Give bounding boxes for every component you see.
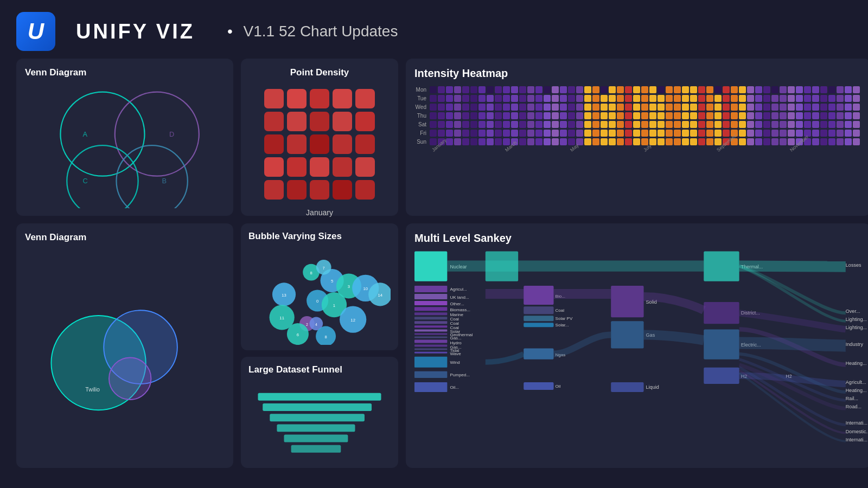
c2r2: Bubble Varying Sizes 8 5 7 3 13 0 1 [241, 223, 398, 468]
hmap-cell [617, 86, 624, 93]
hmap-cell [674, 112, 681, 119]
hmap-cell [495, 138, 502, 145]
hmap-cell [666, 138, 673, 145]
svg-rect-97 [524, 349, 553, 359]
hmap-cell [609, 104, 616, 111]
svg-point-2 [115, 92, 199, 176]
svg-text:Solar...: Solar... [556, 323, 569, 328]
heatmap-day-label: Wed [414, 104, 429, 110]
hmap-cell [454, 86, 461, 93]
hmap-cell [470, 95, 477, 102]
heatmap-day-label: Thu [414, 113, 429, 119]
hmap-cell [503, 95, 510, 102]
hmap-cell [511, 95, 518, 102]
hmap-cell [495, 130, 502, 137]
hmap-cell [609, 130, 616, 137]
hmap-cell [487, 95, 494, 102]
hmap-cell [771, 138, 778, 145]
hmap-cell [666, 130, 673, 137]
hmap-cell [828, 121, 835, 128]
svg-text:Biomass...: Biomass... [450, 307, 470, 312]
hmap-cell [828, 86, 835, 93]
hmap-cell [845, 95, 852, 102]
hmap-cell [755, 130, 762, 137]
hmap-cell [820, 130, 827, 137]
hmap-cell [430, 121, 437, 128]
svg-rect-93 [524, 316, 553, 321]
hmap-cell [828, 130, 835, 137]
hmap-cell [698, 138, 705, 145]
hmap-cell [601, 104, 608, 111]
svg-text:10: 10 [363, 286, 368, 291]
hmap-cell [560, 121, 567, 128]
hmap-cell [438, 130, 445, 137]
hmap-cell [853, 104, 860, 111]
hmap-cell [706, 95, 713, 102]
svg-rect-55 [414, 294, 447, 299]
hmap-cell [601, 112, 608, 119]
hmap-cell [706, 130, 713, 137]
hmap-cell [609, 112, 616, 119]
svg-rect-114 [704, 368, 739, 384]
svg-text:Coal: Coal [556, 308, 565, 313]
hmap-cell [535, 130, 542, 137]
hmap-cell [739, 86, 746, 93]
svg-rect-63 [414, 317, 447, 319]
hmap-cell [462, 121, 469, 128]
hmap-cell [511, 104, 518, 111]
hmap-cell [698, 112, 705, 119]
bubble-svg: 8 5 7 3 13 0 1 10 14 [248, 248, 391, 345]
hmap-cell [853, 138, 860, 145]
hmap-cell [853, 130, 860, 137]
svg-text:Agricult...: Agricult... [846, 380, 866, 385]
svg-rect-91 [524, 306, 553, 314]
svg-text:1: 1 [333, 303, 335, 308]
svg-rect-89 [524, 286, 553, 305]
hmap-cell [820, 95, 827, 102]
hmap-cell [796, 121, 803, 128]
hmap-cell [535, 138, 542, 145]
hmap-cell [804, 86, 811, 93]
hmap-cell [462, 86, 469, 93]
hmap-cell [690, 121, 697, 128]
hmap-cell [601, 95, 608, 102]
svg-text:Domestic...: Domestic... [846, 429, 868, 434]
hmap-cell [763, 104, 770, 111]
hmap-cell [690, 104, 697, 111]
hmap-cell [470, 121, 477, 128]
top-bar: U UNIFY VIZ • V1.1 52 Chart Updates [0, 0, 868, 51]
svg-text:Lighting...: Lighting... [846, 325, 867, 330]
hmap-cell [462, 104, 469, 111]
hmap-cell [837, 138, 844, 145]
venn-top-card: Venn Diagram A D C B [16, 59, 233, 216]
svg-rect-99 [524, 382, 553, 390]
hmap-cell [682, 138, 689, 145]
hmap-cell [495, 112, 502, 119]
hmap-cell [511, 86, 518, 93]
hmap-cell [446, 121, 453, 128]
venn-top-title: Venn Diagram [25, 67, 225, 78]
hmap-cell [682, 86, 689, 93]
hmap-cell [519, 130, 526, 137]
heatmap-row: Fri [414, 130, 862, 137]
density-cell [355, 180, 375, 200]
svg-text:8: 8 [324, 335, 327, 339]
hmap-cell [633, 112, 640, 119]
hmap-cell [804, 121, 811, 128]
hmap-cell [723, 130, 730, 137]
hmap-cell [535, 104, 542, 111]
heatmap-row: Tue [414, 95, 862, 102]
hmap-cell [487, 104, 494, 111]
svg-rect-73 [414, 336, 447, 338]
svg-text:Agricul...: Agricul... [450, 287, 467, 292]
hmap-cell [674, 104, 681, 111]
density-cell [333, 112, 352, 131]
hmap-cell [641, 86, 648, 93]
hmap-cell [828, 138, 835, 145]
hmap-cell [674, 130, 681, 137]
hmap-cell [674, 86, 681, 93]
svg-rect-95 [524, 323, 553, 327]
hmap-cell [625, 95, 632, 102]
svg-text:5: 5 [331, 279, 333, 284]
hmap-cell [511, 121, 518, 128]
